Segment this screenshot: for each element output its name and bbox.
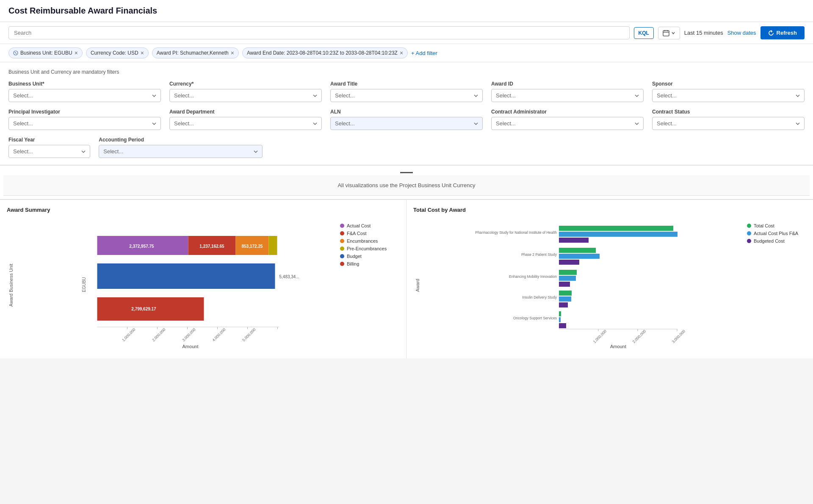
filter-award-title: Award Title Select... — [330, 81, 483, 102]
award-summary-legend: Actual Cost F&A Cost Encumbrances Pre-En… — [340, 219, 399, 352]
toolbar: KQL Last 15 minutes Show dates Refresh — [0, 22, 813, 44]
dropdown-icon — [152, 94, 156, 97]
aln-label: ALN — [330, 109, 483, 115]
legend-dot — [747, 231, 751, 235]
svg-rect-41 — [559, 260, 579, 265]
svg-rect-44 — [559, 282, 570, 287]
svg-rect-14 — [97, 263, 275, 289]
legend-dot — [340, 239, 344, 243]
pi-select[interactable]: Select... — [8, 117, 161, 130]
total-cost-chart-area: Award Pharmacology Study for National In… — [413, 219, 806, 352]
legend-dot — [747, 239, 751, 243]
svg-text:3,000,000: 3,000,000 — [181, 327, 196, 342]
filter-icon — [13, 50, 18, 55]
svg-text:4,000,000: 4,000,000 — [211, 327, 226, 342]
award-title-select[interactable]: Select... — [330, 89, 483, 102]
remove-enddate-filter[interactable]: × — [400, 50, 403, 56]
svg-rect-48 — [559, 311, 561, 316]
viz-note: All visualizations use the Project Busin… — [3, 175, 810, 196]
currency-select[interactable]: Select... — [169, 89, 322, 102]
page-header: Cost Reimbursable Award Financials — [0, 0, 813, 22]
svg-rect-13 — [269, 236, 277, 255]
aln-select[interactable]: Select... — [330, 117, 483, 130]
total-cost-title: Total Cost by Award — [413, 207, 806, 213]
svg-text:2,000,000: 2,000,000 — [151, 327, 166, 342]
award-title-label: Award Title — [330, 81, 483, 87]
award-summary-chart-area: Award Business Unit EGUBU 2,372,957.75 1… — [7, 219, 399, 352]
remove-bu-filter[interactable]: × — [75, 50, 78, 56]
fiscal-year-label: Fiscal Year — [8, 137, 90, 143]
filter-fiscal-year: Fiscal Year Select... — [8, 137, 90, 158]
search-input[interactable] — [8, 26, 630, 39]
filter-chip-pi: Award PI: Schumacher,Kenneth × — [152, 47, 239, 58]
svg-text:Pharmacology Study for Nationa: Pharmacology Study for National Institut… — [475, 230, 557, 235]
dropdown-icon — [474, 122, 478, 125]
sponsor-label: Sponsor — [652, 81, 805, 87]
contract-status-label: Contract Status — [652, 109, 805, 115]
add-filter-button[interactable]: + Add filter — [411, 50, 437, 56]
svg-text:Amount: Amount — [610, 344, 626, 349]
filter-business-unit: Business Unit* Select... — [8, 81, 161, 102]
dropdown-icon — [313, 122, 317, 125]
sponsor-select[interactable]: Select... — [652, 89, 805, 102]
contract-status-select[interactable]: Select... — [652, 117, 805, 130]
legend-pre-encumbrances: Pre-Encumbrances — [340, 246, 399, 251]
svg-line-5 — [15, 52, 17, 54]
svg-text:Phase 2 Patient Study: Phase 2 Patient Study — [521, 252, 557, 257]
total-cost-y-label: Award — [413, 219, 422, 352]
award-dept-select[interactable]: Select... — [169, 117, 322, 130]
svg-rect-37 — [559, 232, 678, 237]
calendar-button[interactable] — [658, 27, 680, 39]
svg-text:Oncology Support Services: Oncology Support Services — [513, 316, 557, 320]
dropdown-icon — [152, 122, 156, 125]
filter-accounting-period: Accounting Period Select... — [99, 137, 263, 158]
svg-rect-45 — [559, 291, 572, 296]
business-unit-label: Business Unit* — [8, 81, 161, 87]
dropdown-icon — [796, 122, 800, 125]
filter-row-2: Principal Investigator Select... Award D… — [8, 109, 805, 130]
remove-currency-filter[interactable]: × — [141, 50, 144, 56]
filter-contract-admin: Contract Administrator Select... — [491, 109, 644, 130]
svg-text:5,000,000: 5,000,000 — [241, 327, 256, 342]
filter-row-3: Fiscal Year Select... Accounting Period … — [8, 137, 263, 158]
remove-pi-filter[interactable]: × — [231, 50, 234, 56]
pi-label: Principal Investigator — [8, 109, 161, 115]
award-summary-svg: EGUBU 2,372,957.75 1,237,162.65 853,172.… — [19, 219, 336, 350]
award-id-select[interactable]: Select... — [491, 89, 644, 102]
page-wrapper: Cost Reimbursable Award Financials KQL L… — [0, 0, 813, 504]
award-summary-title: Award Summary — [7, 207, 399, 213]
refresh-icon — [768, 30, 774, 36]
filter-aln: ALN Select... — [330, 109, 483, 130]
fiscal-year-select[interactable]: Select... — [8, 145, 90, 158]
show-dates-button[interactable]: Show dates — [727, 30, 756, 36]
legend-fa-cost: F&A Cost — [340, 231, 399, 236]
charts-row: Award Summary Award Business Unit EGUBU … — [0, 199, 813, 358]
dropdown-icon — [474, 94, 478, 97]
contract-admin-select[interactable]: Select... — [491, 117, 644, 130]
total-cost-chart-content: Pharmacology Study for National Institut… — [426, 219, 743, 352]
mandatory-notice: Business Unit and Currency are mandatory… — [8, 69, 805, 75]
contract-admin-label: Contract Administrator — [491, 109, 644, 115]
filter-chip-bu: Business Unit: EGUBU × — [8, 47, 83, 58]
svg-rect-36 — [559, 226, 673, 231]
business-unit-select[interactable]: Select... — [8, 89, 161, 102]
kql-button[interactable]: KQL — [634, 27, 654, 39]
filter-chip-currency: Currency Code: USD × — [86, 47, 149, 58]
svg-rect-46 — [559, 296, 571, 302]
currency-label: Currency* — [169, 81, 322, 87]
svg-rect-47 — [559, 302, 568, 307]
filter-bar: Business Unit: EGUBU × Currency Code: US… — [0, 44, 813, 62]
refresh-button[interactable]: Refresh — [760, 26, 805, 39]
dropdown-icon — [254, 150, 258, 153]
legend-actual-cost: Actual Cost — [340, 223, 399, 228]
collapse-handle[interactable] — [400, 172, 413, 173]
svg-text:Amount: Amount — [183, 344, 199, 349]
accounting-period-select[interactable]: Select... — [99, 145, 263, 158]
total-cost-panel: Total Cost by Award Award Pharmacology S… — [406, 200, 813, 358]
filter-currency: Currency* Select... — [169, 81, 322, 102]
dropdown-icon — [796, 94, 800, 97]
award-summary-chart-content: EGUBU 2,372,957.75 1,237,162.65 853,172.… — [19, 219, 336, 352]
svg-rect-39 — [559, 248, 596, 253]
accounting-period-label: Accounting Period — [99, 137, 263, 143]
filter-contract-status: Contract Status Select... — [652, 109, 805, 130]
